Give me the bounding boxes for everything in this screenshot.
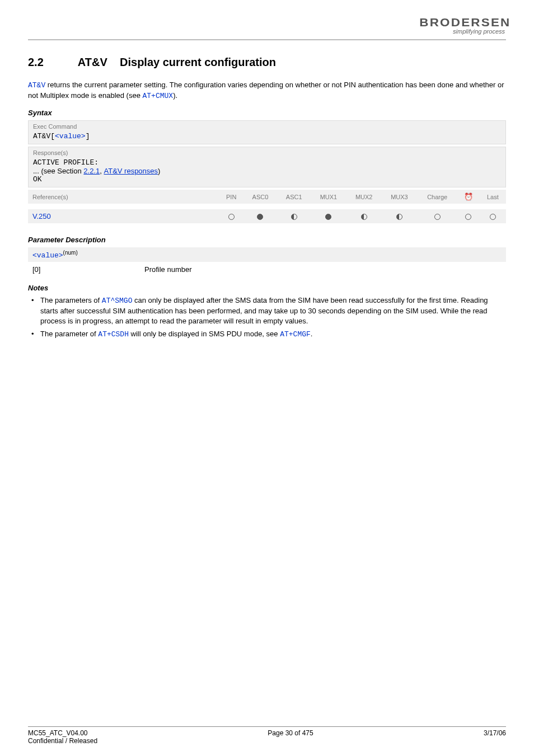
note2-cmd2-link[interactable]: AT+CMGF — [280, 330, 311, 339]
brand-tagline: simplifying process — [424, 28, 506, 35]
note2-cmd-link[interactable]: AT+CSDH — [98, 330, 129, 339]
cell-last — [480, 209, 506, 223]
col-mux3: MUX3 — [382, 190, 417, 204]
cell-asc0 — [243, 209, 277, 223]
cell-pin — [219, 209, 243, 223]
section-cmd: AT&V — [78, 56, 107, 68]
circle-empty-icon — [465, 214, 471, 220]
col-alarm: ⏰ — [457, 190, 479, 204]
cell-charge — [417, 209, 457, 223]
intro-cmd2-link[interactable]: AT+CMUX — [143, 92, 174, 100]
exec-content: AT&V[<value>] — [29, 131, 505, 144]
circle-half-icon — [361, 214, 367, 220]
notes-list: The parameters of AT^SMGO can only be di… — [28, 295, 506, 339]
note2-c: . — [311, 330, 313, 338]
circle-half-icon — [291, 214, 297, 220]
ref-value-row: V.250 — [28, 209, 506, 223]
ref-label: Reference(s) — [28, 190, 219, 204]
col-charge: Charge — [417, 190, 457, 204]
ref-header-row: Reference(s) PIN ASC0 ASC1 MUX1 MUX2 MUX… — [28, 190, 506, 204]
circle-full-icon — [325, 214, 331, 220]
col-pin: PIN — [219, 190, 243, 204]
exec-param-link[interactable]: <value> — [55, 132, 86, 140]
section-number: 2.2 — [28, 56, 75, 69]
resp-line2: ... (see Section 2.2.1, AT&V responses) — [33, 167, 501, 175]
intro-cmd-link[interactable]: AT&V — [28, 81, 45, 90]
footer-left: MC55_ATC_V04.00 Confidential / Released — [28, 729, 97, 745]
section-title: 2.2 AT&V Display current configuration — [28, 56, 506, 69]
intro-paragraph: AT&V returns the current parameter setti… — [28, 80, 506, 101]
param-heading: Parameter Description — [28, 236, 506, 244]
col-mux1: MUX1 — [311, 190, 346, 204]
param-desc: Profile number — [144, 265, 192, 274]
cell-alarm — [457, 209, 479, 223]
col-asc1: ASC1 — [277, 190, 311, 204]
syntax-heading: Syntax — [28, 109, 506, 117]
resp-link-title[interactable]: AT&V responses — [104, 167, 158, 175]
footer-date: 3/17/06 — [484, 729, 506, 745]
param-sup: (num) — [63, 250, 78, 256]
col-last: Last — [480, 190, 506, 204]
response-box: Response(s) ACTIVE PROFILE: ... (see Sec… — [28, 147, 506, 187]
note1-cmd-link[interactable]: AT^SMGO — [102, 297, 133, 305]
logo-block: BRODERSEN simplifying process — [424, 17, 506, 35]
exec-command-box: Exec Command AT&V[<value>] — [28, 120, 506, 144]
note-1: The parameters of AT^SMGO can only be di… — [30, 295, 506, 326]
notes-heading: Notes — [28, 284, 506, 292]
col-mux2: MUX2 — [346, 190, 382, 204]
circle-empty-icon — [490, 214, 496, 220]
footer-page: Page 30 of 475 — [268, 729, 313, 745]
intro-text-end: ). — [173, 91, 177, 100]
note2-a: The parameter of — [40, 330, 98, 338]
resp-ok: OK — [33, 175, 501, 184]
cell-mux3 — [382, 209, 417, 223]
footer-conf: Confidential / Released — [28, 737, 97, 745]
note1-a: The parameters of — [40, 296, 102, 304]
circle-half-icon — [396, 214, 402, 220]
response-content: ACTIVE PROFILE: ... (see Section 2.2.1, … — [29, 157, 505, 187]
exec-cmd: AT&V — [33, 132, 50, 140]
section-title-text: Display current configuration — [120, 56, 276, 68]
param-row: [0] Profile number — [28, 264, 506, 275]
exec-label: Exec Command — [29, 121, 505, 131]
alarm-icon: ⏰ — [464, 192, 473, 201]
param-name[interactable]: <value> — [32, 251, 63, 260]
footer-doc: MC55_ATC_V04.00 — [28, 729, 97, 737]
circle-full-icon — [257, 214, 263, 220]
col-asc0: ASC0 — [243, 190, 277, 204]
cell-asc1 — [277, 209, 311, 223]
circle-empty-icon — [228, 214, 235, 220]
resp-prefix: ... (see Section — [33, 167, 83, 175]
cell-mux1 — [311, 209, 346, 223]
circle-empty-icon — [434, 214, 441, 220]
cell-mux2 — [346, 209, 382, 223]
intro-text-mid: returns the current parameter setting. T… — [28, 81, 504, 100]
resp-link-section[interactable]: 2.2.1 — [83, 167, 100, 175]
param-name-box: <value>(num) — [28, 247, 506, 262]
param-default: [0] — [32, 265, 144, 274]
reference-table: Reference(s) PIN ASC0 ASC1 MUX1 MUX2 MUX… — [28, 190, 506, 223]
note2-b: will only be displayed in SMS PDU mode, … — [129, 330, 280, 338]
resp-suffix: ) — [158, 167, 160, 175]
resp-line1: ACTIVE PROFILE: — [33, 158, 501, 167]
note-2: The parameter of AT+CSDH will only be di… — [30, 329, 506, 340]
brand-logo: BRODERSEN — [419, 17, 510, 28]
header-divider — [28, 39, 506, 40]
page-footer: MC55_ATC_V04.00 Confidential / Released … — [28, 726, 506, 745]
page-header: BRODERSEN simplifying process — [28, 0, 506, 37]
response-label: Response(s) — [29, 147, 505, 157]
ref-value[interactable]: V.250 — [28, 209, 219, 223]
